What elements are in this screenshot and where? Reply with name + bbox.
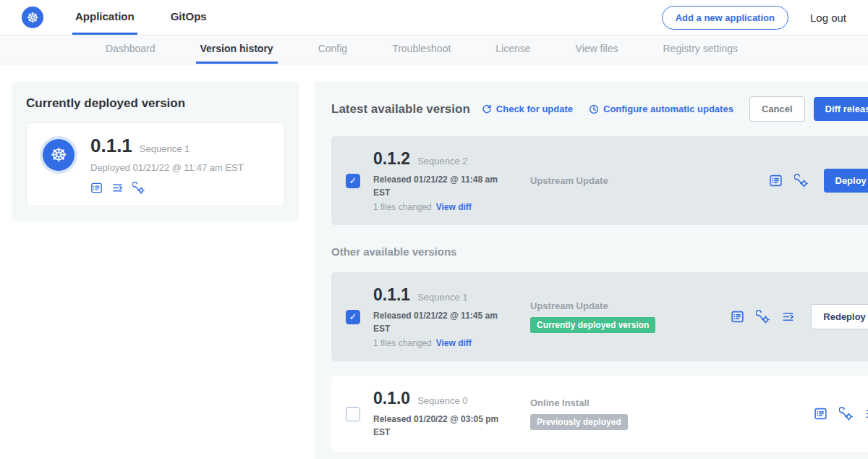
deploy-logs-icon[interactable]	[781, 310, 795, 324]
kubernetes-logo-icon: ☸	[22, 7, 43, 28]
version-row: 0.1.1 Sequence 1 Released 01/21/22 @ 11:…	[331, 272, 868, 361]
sequence-label: Sequence 0	[417, 395, 467, 406]
logout-link[interactable]: Log out	[810, 12, 846, 24]
subnav-tab-config[interactable]: Config	[314, 35, 352, 64]
redeploy-button[interactable]: Redeploy	[811, 304, 868, 329]
version-number: 0.1.2	[373, 149, 410, 169]
version-info: 0.1.0 Sequence 0 Released 01/20/22 @ 03:…	[373, 389, 522, 439]
available-versions-panel: Latest available version Check for updat…	[314, 82, 868, 459]
sequence-label: Sequence 1	[417, 292, 467, 303]
source-label: Online Install	[530, 397, 814, 408]
deployed-timestamp: Deployed 01/21/22 @ 11:47 am EST	[90, 162, 244, 173]
version-actions: Redeploy	[731, 304, 868, 329]
release-notes-icon[interactable]	[769, 174, 783, 188]
version-actions: Deploy	[769, 169, 868, 193]
check-for-update-label: Check for update	[496, 104, 573, 114]
top-navbar: ☸ Application GitOps Add a new applicati…	[0, 0, 868, 35]
cancel-button[interactable]: Cancel	[749, 96, 805, 122]
files-changed-label: 1 files changed	[373, 338, 432, 348]
release-notes-icon[interactable]	[731, 310, 744, 324]
source-label: Upstream Update	[530, 175, 769, 186]
deploy-button[interactable]: Deploy	[824, 169, 868, 193]
release-notes-icon[interactable]	[814, 407, 827, 421]
version-source: Online Install Previously deployed	[522, 397, 814, 430]
subnav-tab-license[interactable]: License	[491, 35, 535, 64]
version-checkbox[interactable]	[346, 174, 360, 188]
refresh-icon	[482, 104, 492, 114]
main-content: Currently deployed version ☸ 0.1.1 Seque…	[0, 64, 868, 459]
subnav-tab-dashboard[interactable]: Dashboard	[101, 35, 160, 64]
version-actions	[814, 407, 868, 421]
deployed-version-card: ☸ 0.1.1 Sequence 1 Deployed 01/21/22 @ 1…	[26, 122, 285, 206]
released-timestamp: Released 01/21/22 @ 11:48 am EST	[373, 173, 507, 199]
tab-gitops[interactable]: GitOps	[168, 0, 210, 35]
files-changed-label: 1 files changed	[373, 202, 432, 212]
kubernetes-app-icon: ☸	[43, 139, 75, 171]
add-new-application-button[interactable]: Add a new application	[662, 6, 788, 30]
version-number: 0.1.0	[373, 389, 410, 408]
app-subnav: Dashboard Version history Config Trouble…	[0, 35, 868, 64]
subnav-tab-version-history[interactable]: Version history	[196, 35, 278, 64]
other-versions-heading: Other available versions	[331, 245, 868, 258]
previously-deployed-badge: Previously deployed	[530, 414, 628, 430]
subnav-tab-troubleshoot[interactable]: Troubleshoot	[388, 35, 455, 64]
deploy-logs-icon[interactable]	[111, 182, 124, 194]
version-checkbox[interactable]	[346, 310, 360, 324]
clock-icon	[589, 104, 599, 114]
tab-application[interactable]: Application	[72, 0, 137, 35]
released-timestamp: Released 01/20/22 @ 03:05 pm EST	[373, 413, 507, 439]
configure-automatic-updates-link[interactable]: Configure automatic updates	[589, 104, 733, 114]
view-diff-link[interactable]: View diff	[436, 202, 472, 212]
latest-available-title: Latest available version	[331, 102, 470, 117]
currently-deployed-panel: Currently deployed version ☸ 0.1.1 Seque…	[12, 82, 299, 221]
deploy-logs-icon[interactable]	[864, 407, 868, 421]
sequence-label: Sequence 2	[417, 156, 467, 167]
version-info: 0.1.2 Sequence 2 Released 01/21/22 @ 11:…	[373, 149, 522, 212]
deployed-version-number: 0.1.1	[90, 135, 132, 157]
configure-automatic-updates-label: Configure automatic updates	[603, 104, 733, 114]
version-checkbox[interactable]	[346, 407, 360, 421]
available-header: Latest available version Check for updat…	[331, 96, 868, 122]
version-row: 0.1.2 Sequence 2 Released 01/21/22 @ 11:…	[331, 136, 868, 225]
version-source: Upstream Update	[522, 175, 769, 186]
subnav-tab-view-files[interactable]: View files	[571, 35, 623, 64]
version-number: 0.1.1	[373, 285, 410, 305]
files-changed-line: 1 files changedView diff	[373, 202, 522, 212]
config-icon[interactable]	[839, 407, 853, 421]
currently-deployed-badge: Currently deployed version	[530, 317, 655, 333]
version-info: 0.1.1 Sequence 1 Released 01/21/22 @ 11:…	[373, 285, 522, 348]
release-notes-icon[interactable]	[90, 182, 103, 194]
released-timestamp: Released 01/21/22 @ 11:45 am EST	[373, 309, 507, 335]
config-icon[interactable]	[756, 310, 770, 324]
top-nav-tabs: Application GitOps	[72, 0, 240, 35]
version-source: Upstream Update Currently deployed versi…	[522, 300, 731, 333]
source-label: Upstream Update	[530, 300, 731, 311]
subnav-tab-registry-settings[interactable]: Registry settings	[658, 35, 741, 64]
currently-deployed-title: Currently deployed version	[26, 96, 285, 111]
deployed-actions	[90, 182, 244, 194]
files-changed-line: 1 files changedView diff	[373, 338, 522, 348]
config-icon[interactable]	[794, 174, 808, 188]
version-row: 0.1.0 Sequence 0 Released 01/20/22 @ 03:…	[331, 376, 868, 452]
check-for-update-link[interactable]: Check for update	[482, 104, 573, 114]
diff-releases-button[interactable]: Diff releases	[814, 97, 868, 121]
view-diff-link[interactable]: View diff	[436, 338, 472, 348]
config-icon[interactable]	[132, 182, 145, 194]
deployed-sequence-label: Sequence 1	[140, 143, 190, 154]
deployed-version-details: 0.1.1 Sequence 1 Deployed 01/21/22 @ 11:…	[90, 135, 244, 194]
